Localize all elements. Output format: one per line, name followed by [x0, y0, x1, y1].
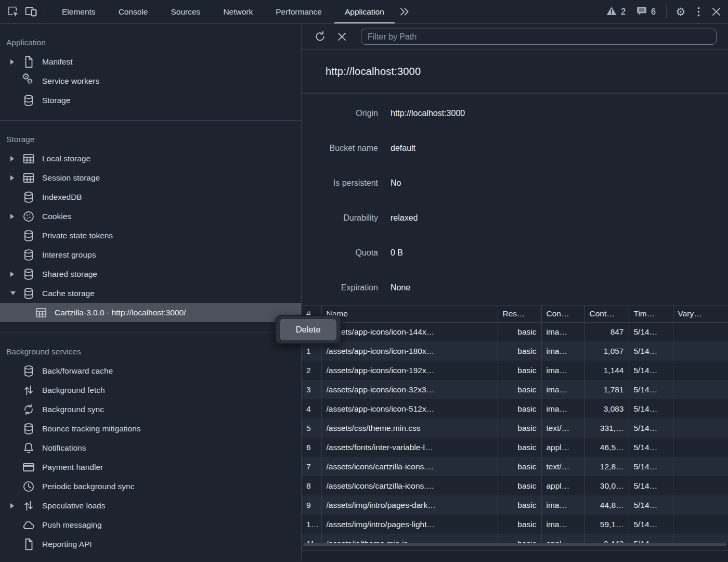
inspect-element-icon[interactable]	[4, 4, 22, 20]
tab-elements[interactable]: Elements	[50, 0, 107, 23]
metadata-label: Expiration	[302, 283, 378, 292]
close-devtools-icon[interactable]	[707, 4, 725, 20]
horizontal-scrollbar[interactable]	[302, 543, 728, 551]
sidebar-item-indexeddb[interactable]: IndexedDB	[0, 187, 301, 207]
sidebar-item-service-workers[interactable]: ⚙⚙Service workers	[0, 71, 301, 91]
cache-entry-row[interactable]: 8/assets/icons/cartzilla-icons.…basicapp…	[302, 476, 728, 495]
expand-arrow-icon[interactable]	[10, 214, 22, 219]
content-length: 59,1…	[584, 515, 629, 534]
sidebar-item-private-state-tokens[interactable]: Private state tokens	[0, 226, 301, 245]
tab-performance[interactable]: Performance	[264, 0, 333, 23]
database-icon	[22, 94, 35, 107]
table-icon	[34, 306, 48, 320]
database-icon	[22, 267, 35, 281]
cache-entry-row[interactable]: 7/assets/icons/cartzilla-icons.…basictex…	[302, 457, 728, 476]
column-header-name[interactable]: Name	[321, 305, 498, 322]
tab-sources[interactable]: Sources	[160, 0, 212, 23]
settings-gear-icon[interactable]: ⚙	[672, 4, 690, 20]
tab-network[interactable]: Network	[212, 0, 264, 23]
entry-name: /assets/img/intro/pages-light…	[321, 515, 498, 534]
vary-header	[673, 534, 728, 543]
cache-entry-row[interactable]: 1…/assets/img/intro/pages-light…basicima…	[302, 515, 728, 534]
cache-entry-row[interactable]: 6/assets/fonts/inter-variable-l…basicapp…	[302, 438, 728, 457]
column-header-res[interactable]: Res…	[498, 305, 541, 322]
sidebar-item-label: Shared storage	[42, 270, 97, 279]
delete-selected-icon[interactable]	[333, 29, 350, 45]
sidebar-item-session-storage[interactable]: Session storage	[0, 168, 301, 187]
vary-header	[673, 495, 728, 515]
column-header-vary[interactable]: Vary…	[673, 305, 728, 322]
expand-arrow-icon[interactable]	[10, 156, 22, 161]
device-toolbar-icon[interactable]	[22, 4, 40, 20]
metadata-value: No	[391, 178, 401, 188]
metadata-label: Quota	[302, 248, 378, 258]
sidebar-item-payment-handler[interactable]: Payment handler	[0, 457, 301, 477]
sidebar-item-storage[interactable]: Storage	[0, 91, 301, 110]
updown-icon	[22, 384, 35, 397]
warnings-badge[interactable]: 2	[601, 5, 631, 19]
scrollbar-thumb[interactable]	[303, 543, 726, 546]
content-length: 3,083	[584, 399, 629, 418]
cache-entry-row[interactable]: 2/assets/app-icons/icon-192x…basicima…1,…	[302, 361, 728, 380]
sidebar-item-label: Periodic background sync	[42, 482, 135, 491]
cache-entry-row[interactable]: 0/assets/app-icons/icon-144x…basicima…84…	[302, 322, 728, 341]
card-icon	[22, 461, 35, 474]
context-menu-delete[interactable]: Delete	[280, 319, 336, 340]
sidebar-item-label: Service workers	[42, 76, 99, 86]
column-header-con[interactable]: Con…	[541, 305, 584, 322]
sidebar-item-push-messaging[interactable]: Push messaging	[0, 515, 301, 534]
sidebar-item-reporting-api[interactable]: Reporting API	[0, 534, 301, 554]
metadata-row: Bucket namedefault	[302, 131, 728, 165]
preview-pane	[302, 551, 728, 561]
sidebar-item-shared-storage[interactable]: Shared storage	[0, 264, 301, 284]
sidebar-item-interest-groups[interactable]: Interest groups	[0, 245, 301, 264]
filter-by-path-input[interactable]	[361, 29, 717, 45]
sidebar-item-label: Cartzilla-3.0.0 - http://localhost:3000/	[55, 308, 186, 317]
more-options-kebab-icon[interactable]	[690, 4, 707, 20]
cache-entry-row[interactable]: 4/assets/app-icons/icon-512x…basicima…3,…	[302, 399, 728, 418]
sidebar-item-bounce-tracking-mitigations[interactable]: Bounce tracking mitigations	[0, 419, 301, 438]
sync-icon	[22, 403, 35, 416]
warning-icon	[606, 5, 617, 19]
sidebar-item-cartzilla-3-0-0-http-localhost-3000[interactable]: Cartzilla-3.0.0 - http://localhost:3000/	[0, 303, 301, 322]
content-length: 1,144	[584, 361, 629, 380]
sidebar-item-label: Manifest	[42, 57, 73, 67]
issues-badge[interactable]: 6	[631, 5, 661, 19]
column-header-cont[interactable]: Cont…	[584, 305, 629, 322]
column-header-tim[interactable]: Tim…	[629, 305, 673, 322]
expand-arrow-icon[interactable]	[10, 175, 22, 181]
cache-entry-row[interactable]: 11/assets/js/theme.min.jsbasicappl…2,443…	[302, 534, 728, 543]
sidebar-item-notifications[interactable]: Notifications	[0, 438, 301, 457]
sidebar-item-back-forward-cache[interactable]: Back/forward cache	[0, 361, 301, 380]
time-cached: 5/14…	[629, 418, 673, 438]
sidebar-item-speculative-loads[interactable]: Speculative loads	[0, 496, 301, 515]
table-icon	[22, 171, 35, 185]
tab-application[interactable]: Application	[333, 0, 396, 23]
time-cached: 5/14…	[629, 476, 673, 495]
time-cached: 5/14…	[629, 457, 673, 476]
content-type: ima…	[541, 341, 584, 361]
issues-count: 6	[651, 7, 656, 17]
sidebar-item-background-fetch[interactable]: Background fetch	[0, 380, 301, 400]
collapse-arrow-icon[interactable]	[10, 291, 22, 295]
cache-entry-row[interactable]: 3/assets/app-icons/icon-32x3…basicima…1,…	[302, 380, 728, 399]
sidebar-item-cache-storage[interactable]: Cache storage	[0, 284, 301, 303]
sidebar-item-local-storage[interactable]: Local storage	[0, 149, 301, 168]
expand-arrow-icon[interactable]	[10, 272, 22, 277]
refresh-icon[interactable]	[311, 29, 329, 45]
more-panels-icon[interactable]	[396, 4, 413, 20]
sidebar-item-background-sync[interactable]: Background sync	[0, 400, 301, 419]
database-icon	[22, 364, 35, 378]
expand-arrow-icon[interactable]	[10, 59, 22, 65]
tab-console[interactable]: Console	[107, 0, 160, 23]
content-length: 847	[584, 322, 629, 341]
cache-entry-row[interactable]: 1/assets/app-icons/icon-180x…basicima…1,…	[302, 341, 728, 361]
time-cached: 5/14…	[629, 380, 673, 399]
sidebar-item-manifest[interactable]: Manifest	[0, 52, 301, 71]
sidebar-item-cookies[interactable]: Cookies	[0, 207, 301, 226]
vary-header	[673, 457, 728, 476]
cache-entry-row[interactable]: 5/assets/css/theme.min.cssbasictext/…331…	[302, 418, 728, 438]
cache-entry-row[interactable]: 9/assets/img/intro/pages-dark…basicima…4…	[302, 495, 728, 515]
sidebar-item-periodic-background-sync[interactable]: Periodic background sync	[0, 477, 301, 496]
expand-arrow-icon[interactable]	[10, 503, 22, 508]
